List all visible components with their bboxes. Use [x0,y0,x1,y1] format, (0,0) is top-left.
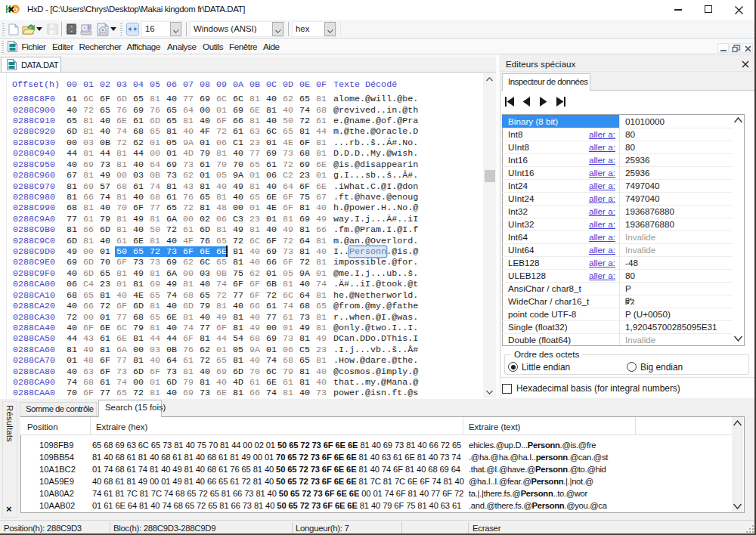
svg-text:D: D [13,5,18,14]
